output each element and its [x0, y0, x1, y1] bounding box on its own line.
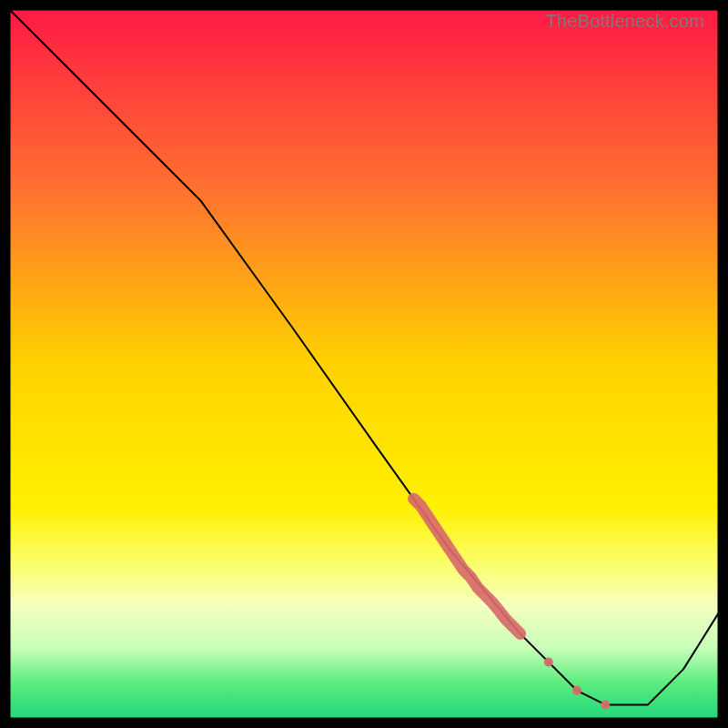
chart-frame: TheBottleneck.com [9, 9, 719, 719]
highlight-dot [572, 686, 581, 695]
chart-plot [9, 9, 719, 719]
highlight-dot [601, 700, 610, 709]
watermark-label: TheBottleneck.com [545, 11, 704, 32]
highlight-dot [544, 658, 553, 667]
